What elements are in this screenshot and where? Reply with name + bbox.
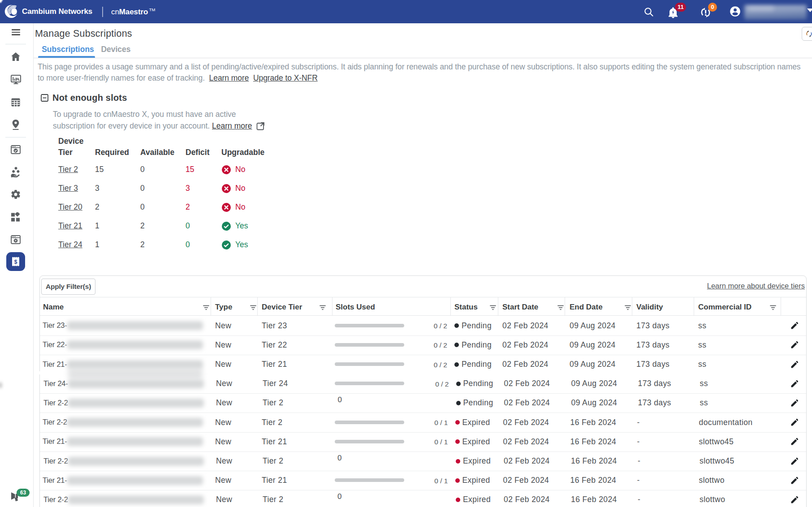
svg-text:$: $ — [14, 259, 17, 265]
